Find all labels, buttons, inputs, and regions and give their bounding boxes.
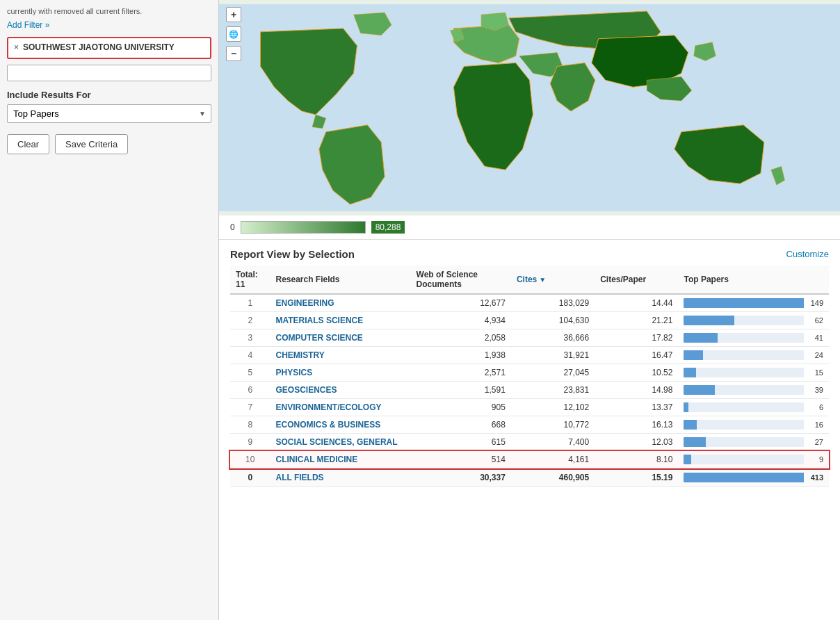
- top-papers-cell: 39: [678, 382, 829, 399]
- docs-cell: 1,591: [411, 382, 511, 399]
- top-papers-cell: 6: [678, 399, 829, 416]
- field-link[interactable]: MATERIALS SCIENCE: [275, 316, 363, 325]
- globe-icon[interactable]: 🌐: [226, 26, 241, 42]
- docs-cell: 12,677: [411, 294, 511, 312]
- bar-background: [684, 455, 804, 464]
- bar-container: 15: [684, 368, 823, 377]
- field-link[interactable]: ECONOMICS & BUSINESS: [275, 420, 380, 430]
- table-row: 5 PHYSICS 2,571 27,045 10.52 15: [230, 364, 829, 382]
- rank-cell: 4: [230, 347, 270, 364]
- table-row: 10 CLINICAL MEDICINE 514 4,161 8.10 9: [230, 451, 829, 469]
- include-select[interactable]: Top Papers: [7, 104, 211, 123]
- bar-fill: [684, 368, 695, 377]
- bar-container: 62: [684, 316, 823, 325]
- bar-value: 9: [807, 455, 823, 464]
- table-row: 6 GEOSCIENCES 1,591 23,831 14.98 39: [230, 382, 829, 399]
- legend-min: 0: [230, 222, 235, 232]
- field-cell: PHYSICS: [270, 364, 410, 382]
- cites-cell: 7,400: [511, 434, 595, 451]
- save-criteria-button[interactable]: Save Criteria: [55, 134, 128, 154]
- field-link[interactable]: COMPUTER SCIENCE: [275, 333, 362, 343]
- total-field-cell: ALL FIELDS: [270, 468, 410, 487]
- cites-paper-cell: 17.82: [595, 329, 678, 347]
- cites-cell: 27,045: [511, 364, 595, 382]
- bar-value: 41: [807, 334, 823, 342]
- clear-button[interactable]: Clear: [7, 134, 49, 154]
- rank-cell: 7: [230, 399, 270, 416]
- table-row: 2 MATERIALS SCIENCE 4,934 104,630 21.21 …: [230, 312, 829, 329]
- top-papers-cell: 149: [678, 294, 829, 312]
- docs-cell: 615: [411, 434, 511, 451]
- bar-container: 24: [684, 350, 823, 360]
- cites-paper-cell: 14.98: [595, 382, 678, 399]
- total-rank-cell: 0: [230, 468, 270, 487]
- cites-cell: 12,102: [511, 399, 595, 416]
- bar-container: 16: [684, 420, 823, 430]
- rank-cell: 6: [230, 382, 270, 399]
- bar-fill: [684, 402, 688, 412]
- field-link[interactable]: ENGINEERING: [275, 298, 334, 308]
- docs-cell: 4,934: [411, 312, 511, 329]
- rank-cell: 10: [230, 451, 270, 469]
- sidebar: currently with removed all current filte…: [0, 0, 219, 620]
- bar-container: 9: [684, 455, 823, 464]
- zoom-in-button[interactable]: +: [226, 7, 241, 22]
- cites-paper-cell: 13.37: [595, 399, 678, 416]
- filter-tag-box: × SOUTHWEST JIAOTONG UNIVERSITY: [7, 37, 211, 59]
- th-cites-paper: Cites/Paper: [595, 266, 678, 294]
- customize-link[interactable]: Customize: [786, 249, 829, 259]
- bar-background: [684, 420, 804, 430]
- cites-cell: 23,831: [511, 382, 595, 399]
- rank-cell: 9: [230, 434, 270, 451]
- report-title: Report View by Selection: [230, 248, 355, 260]
- field-link[interactable]: SOCIAL SCIENCES, GENERAL: [275, 437, 397, 447]
- field-cell: GEOSCIENCES: [270, 382, 410, 399]
- field-link[interactable]: GEOSCIENCES: [275, 385, 337, 395]
- bar-fill: [684, 455, 690, 464]
- field-link[interactable]: PHYSICS: [275, 368, 312, 377]
- bar-background: [684, 298, 804, 308]
- bar-background: [684, 333, 804, 343]
- rank-cell: 5: [230, 364, 270, 382]
- map-controls: + 🌐 −: [226, 7, 241, 61]
- total-cites-cell: 460,905: [511, 468, 595, 487]
- add-filter-link[interactable]: Add Filter »: [7, 20, 49, 30]
- total-field-link[interactable]: ALL FIELDS: [275, 473, 323, 482]
- bar-background: [684, 385, 804, 395]
- zoom-out-button[interactable]: −: [226, 46, 241, 61]
- field-cell: ECONOMICS & BUSINESS: [270, 416, 410, 434]
- table-header-row: Total: 11 Research Fields Web of Science…: [230, 266, 829, 294]
- top-papers-cell: 16: [678, 416, 829, 434]
- table-row: 8 ECONOMICS & BUSINESS 668 10,772 16.13 …: [230, 416, 829, 434]
- bar-container: 27: [684, 437, 823, 447]
- total-bar-background: [684, 473, 804, 482]
- table-wrap: Total: 11 Research Fields Web of Science…: [219, 266, 840, 498]
- bar-container: 41: [684, 333, 823, 343]
- field-link[interactable]: CLINICAL MEDICINE: [275, 455, 357, 464]
- bar-value: 62: [807, 316, 823, 325]
- top-papers-cell: 62: [678, 312, 829, 329]
- cites-cell: 31,921: [511, 347, 595, 364]
- include-select-wrap: Top Papers ▼: [7, 104, 211, 123]
- remove-filter-icon[interactable]: ×: [14, 42, 19, 52]
- bar-fill: [684, 437, 705, 447]
- total-bar-fill: [684, 473, 804, 482]
- rank-cell: 3: [230, 329, 270, 347]
- total-row: 0 ALL FIELDS 30,337 460,905 15.19 413: [230, 468, 829, 487]
- sort-arrow-icon: ▼: [539, 276, 546, 284]
- total-cites-paper-cell: 15.19: [595, 468, 678, 487]
- bar-fill: [684, 385, 715, 395]
- cites-cell: 10,772: [511, 416, 595, 434]
- filter-input[interactable]: [7, 65, 211, 81]
- cites-paper-cell: 8.10: [595, 451, 678, 469]
- bar-value: 149: [807, 299, 823, 307]
- legend-section: 0 80,288: [219, 215, 840, 240]
- bar-container: 39: [684, 385, 823, 395]
- table-row: 1 ENGINEERING 12,677 183,029 14.44 149: [230, 294, 829, 312]
- main-content: + 🌐 −: [219, 0, 840, 620]
- cites-paper-cell: 21.21: [595, 312, 678, 329]
- report-header: Report View by Selection Customize: [219, 240, 840, 266]
- th-cites[interactable]: Cites ▼: [511, 266, 595, 294]
- field-link[interactable]: ENVIRONMENT/ECOLOGY: [275, 402, 381, 412]
- field-link[interactable]: CHEMISTRY: [275, 350, 324, 360]
